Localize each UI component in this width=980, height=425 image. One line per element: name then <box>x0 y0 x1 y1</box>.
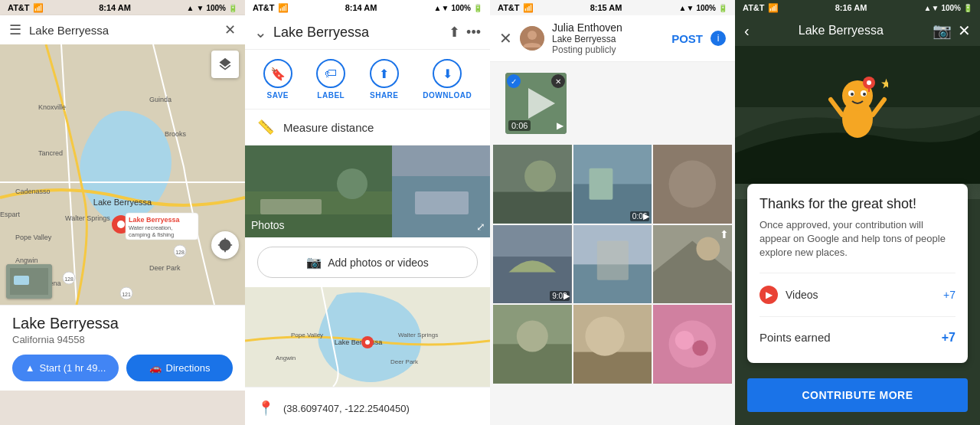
status-bar-4: AT&T 📶 8:16 AM ▲▼ 100% 🔋 <box>735 0 980 15</box>
car-icon: 🚗 <box>149 362 162 374</box>
map-thumbnail[interactable] <box>6 264 52 299</box>
user-location: Lake Berryessa <box>552 34 664 44</box>
my-location-button[interactable] <box>211 231 239 259</box>
status-bar-3: AT&T 📶 8:15 AM ▲▼ 100% 🔋 <box>490 0 735 15</box>
grid-item[interactable] <box>653 305 732 384</box>
plus-code-row: ⊞ 84CVJP5W+V9 ? <box>257 421 478 425</box>
search-bar: ☰ ✕ <box>0 15 245 44</box>
p2-place-title: Lake Berryessa <box>273 25 443 41</box>
signal-icon: ▼ <box>197 4 204 12</box>
svg-text:Angwin: Angwin <box>276 355 296 361</box>
close-search-icon[interactable]: ✕ <box>224 21 236 38</box>
photos-label: Photos <box>251 219 285 231</box>
checkmark-icon: ✓ <box>507 74 521 88</box>
remove-video-icon[interactable]: ✕ <box>551 74 565 88</box>
videos-icon: ▶ <box>760 286 778 304</box>
svg-rect-33 <box>260 199 322 214</box>
ruler-icon: 📏 <box>257 119 274 136</box>
p2-mini-map[interactable]: Lake Berryessa Pope Valley Walter Spring… <box>245 287 490 387</box>
user-info: Julia Enthoven Lake Berryessa Posting pu… <box>552 21 664 55</box>
battery-icon-4: 🔋 <box>963 4 972 12</box>
coordinates-text: (38.6097407, -122.2540450) <box>283 403 410 414</box>
svg-text:121: 121 <box>122 292 131 297</box>
play-icon: ▶ <box>557 120 564 131</box>
p4-back-icon[interactable]: ‹ <box>744 22 750 40</box>
battery-icon-3: 🔋 <box>718 4 727 12</box>
p4-background <box>735 46 980 199</box>
svg-point-46 <box>365 340 370 345</box>
grid-item[interactable]: 9:03 ▶ <box>493 225 572 304</box>
contribution-points: +7 <box>943 289 956 301</box>
share-icon[interactable]: ⬆ <box>449 24 460 41</box>
contribution-label: Videos <box>786 289 936 301</box>
directions-button[interactable]: 🚗 Directions <box>126 355 233 381</box>
p3-close-icon[interactable]: ✕ <box>499 29 512 47</box>
p2-action-bar: 🔖 SAVE 🏷 LABEL ⬆ SHARE ⬇ DOWNLOAD <box>245 50 490 110</box>
p2-map-svg: Lake Berryessa Pope Valley Walter Spring… <box>245 287 490 387</box>
posting-status: Posting publicly <box>552 44 664 55</box>
more-options-icon[interactable]: ••• <box>466 25 481 41</box>
grid-item[interactable] <box>493 305 572 384</box>
svg-line-84 <box>831 100 842 115</box>
photo-left: Photos <box>245 145 392 237</box>
hamburger-icon[interactable]: ☰ <box>9 21 21 38</box>
start-button[interactable]: ▲ Start (1 hr 49... <box>12 355 119 381</box>
card-title: Thanks for the great shot! <box>760 196 956 212</box>
battery-icon: 🔋 <box>228 4 237 12</box>
svg-rect-30 <box>14 276 29 285</box>
status-right-1: ▲ ▼ 100% 🔋 <box>187 4 237 12</box>
grid-item[interactable]: ⬆ <box>653 225 732 304</box>
svg-point-83 <box>863 93 866 96</box>
svg-text:Guinda: Guinda <box>149 96 172 103</box>
grid-item[interactable]: 0:06 ▶ <box>573 145 652 224</box>
share-action[interactable]: ⬆ SHARE <box>370 59 399 100</box>
measure-distance-row[interactable]: 📏 Measure distance <box>245 110 490 145</box>
grid-item[interactable] <box>653 145 732 224</box>
map-layers-button[interactable] <box>211 51 239 78</box>
coords-section: 📍 (38.6097407, -122.2540450) ⊞ 84CVJP5W+… <box>245 387 490 425</box>
p4-camera-icon[interactable]: 📷 <box>933 21 952 40</box>
back-icon[interactable]: ⌄ <box>254 23 267 41</box>
svg-text:Pope Valley: Pope Valley <box>291 332 323 338</box>
play-badge: ▶ <box>643 211 649 221</box>
label-action[interactable]: 🏷 LABEL <box>316 59 345 100</box>
info-icon[interactable]: i <box>710 31 726 46</box>
svg-text:Water recreation,: Water recreation, <box>129 224 172 231</box>
svg-rect-56 <box>589 168 612 200</box>
save-icon-circle: 🔖 <box>263 59 292 88</box>
done-button[interactable]: DONE <box>735 421 980 425</box>
grid-item[interactable] <box>573 305 652 384</box>
grid-item[interactable] <box>573 225 652 304</box>
photos-strip[interactable]: Photos ⤢ <box>245 145 490 237</box>
expand-icon: ⤢ <box>476 221 485 233</box>
status-bar-1: AT&T 📶 8:14 AM ▲ ▼ 100% 🔋 <box>0 0 245 15</box>
svg-point-65 <box>697 237 720 260</box>
post-button[interactable]: POST <box>671 32 703 45</box>
save-action[interactable]: 🔖 SAVE <box>263 59 292 100</box>
svg-text:Deer Park: Deer Park <box>390 358 419 365</box>
svg-point-82 <box>851 93 854 96</box>
svg-text:Angwin: Angwin <box>15 257 38 264</box>
location-icon <box>217 237 233 253</box>
svg-text:camping & fishing: camping & fishing <box>129 231 174 238</box>
svg-point-88 <box>867 80 871 85</box>
svg-text:Espart: Espart <box>0 211 21 218</box>
media-grid: 0:06 ▶ 9:03 ▶ <box>490 145 735 384</box>
contribute-more-button[interactable]: CONTRIBUTE MORE <box>747 378 968 412</box>
place-actions: ▲ Start (1 hr 49... 🚗 Directions <box>12 355 233 381</box>
p4-close-icon[interactable]: ✕ <box>958 21 971 40</box>
selected-video[interactable]: ✕ 0:06 ▶ ✓ <box>505 73 567 134</box>
camera-icon: 📷 <box>306 255 322 270</box>
svg-text:Pope Valley: Pope Valley <box>15 234 52 241</box>
navigation-icon: ▲ <box>25 362 35 374</box>
svg-point-75 <box>693 341 709 357</box>
download-action[interactable]: ⬇ DOWNLOAD <box>423 59 472 100</box>
p2-header: ⌄ Lake Berryessa ⬆ ••• <box>245 15 490 50</box>
points-earned-row: Points earned +7 <box>760 325 956 351</box>
search-input[interactable] <box>29 24 217 37</box>
add-photos-button[interactable]: 📷 Add photos or videos <box>257 247 478 278</box>
svg-point-74 <box>675 331 694 350</box>
photo-secondary-svg <box>392 145 490 237</box>
grid-item[interactable] <box>493 145 572 224</box>
map-view[interactable]: Lake Berryessa Knoxville Guinda Tancred … <box>0 44 245 305</box>
